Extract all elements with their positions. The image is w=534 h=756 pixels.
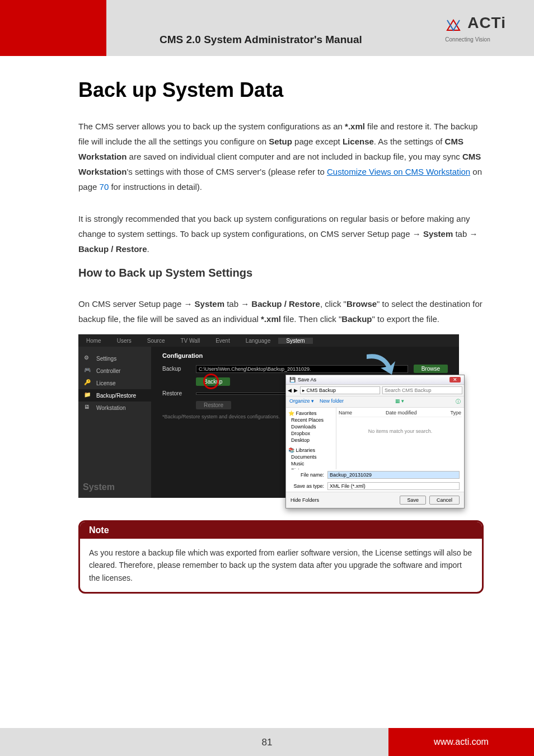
nav-pane[interactable]: ⭐ Favorites Recent Places Downloads Drop… — [286, 408, 336, 469]
text: It is strongly recommended that you back… — [78, 214, 470, 239]
tab-system[interactable]: System — [278, 338, 312, 344]
arrow-icon: → — [241, 299, 249, 309]
page-footer: 81 www.acti.com — [0, 728, 534, 756]
nav-libraries[interactable]: 📚 Libraries — [288, 447, 334, 454]
website-link[interactable]: www.acti.com — [388, 728, 534, 756]
brand-logo: ACTi Connecting Vision — [445, 14, 506, 43]
nav-desktop[interactable]: Desktop — [288, 437, 334, 444]
howto-heading: How to Back up System Settings — [78, 267, 484, 279]
sidebar-item-controller[interactable]: 🎮Controller — [78, 365, 151, 377]
backup-label: Backup — [341, 314, 372, 324]
label: Backup/Restore — [96, 393, 136, 399]
organize-menu[interactable]: Organize ▾ — [289, 398, 314, 405]
dialog-title: Save As — [298, 377, 316, 382]
nav-dropbox[interactable]: Dropbox — [288, 430, 334, 437]
text: file. Then click " — [281, 314, 341, 324]
text: are saved on individual client computer … — [127, 152, 462, 161]
restore-button[interactable]: Restore — [196, 401, 231, 409]
note-heading: Note — [80, 522, 482, 539]
sidebar-item-workstation[interactable]: 🖥Workstation — [78, 402, 151, 414]
save-as-dialog: 💾 Save As ✕ ◀ ▶ Organize ▾ New folder ▦ … — [285, 375, 465, 508]
search-input[interactable] — [382, 386, 462, 394]
intro-paragraph: The CMS server allows you to back up the… — [78, 119, 484, 194]
view-button[interactable]: ▦ ▾ — [395, 398, 405, 405]
file-list[interactable]: Name Date modified Type No items match y… — [336, 408, 464, 469]
setup-label: Setup — [269, 137, 292, 146]
col-name[interactable]: Name — [339, 410, 352, 416]
header-red-block — [0, 0, 106, 56]
filename-input[interactable] — [327, 471, 460, 479]
arrow-icon: → — [184, 299, 192, 309]
arrow-icon: → — [469, 229, 477, 239]
dialog-titlebar[interactable]: 💾 Save As ✕ — [286, 375, 464, 385]
new-folder-button[interactable]: New folder — [320, 398, 344, 405]
nav-music[interactable]: Music — [288, 460, 334, 467]
nav-pictures[interactable]: Pictures — [288, 467, 334, 469]
back-button[interactable]: ◀ — [288, 388, 292, 393]
text: The CMS server allows you to back up the… — [78, 122, 345, 131]
tab-event[interactable]: Event — [208, 338, 238, 344]
save-button[interactable]: Save — [400, 496, 426, 505]
restore-label: Restore — [162, 390, 190, 396]
tab-language[interactable]: Language — [238, 338, 279, 344]
col-type[interactable]: Type — [451, 410, 462, 416]
filename-label: File name: — [291, 472, 324, 478]
logo-tag: Connecting Vision — [445, 36, 490, 43]
browse-label: Browse — [346, 299, 377, 309]
note-callout: Note As you restore a backup file which … — [78, 520, 484, 594]
monitor-icon: 🖥 — [84, 404, 92, 412]
label: Controller — [96, 368, 120, 374]
sidebar-item-backup-restore[interactable]: 📁Backup/Restore — [78, 389, 151, 402]
nav-downloads[interactable]: Downloads — [288, 423, 334, 430]
fwd-button[interactable]: ▶ — [294, 388, 298, 393]
filetype-select[interactable] — [327, 482, 460, 490]
text: page except — [292, 137, 343, 146]
key-icon: 🔑 — [84, 379, 92, 387]
howto-paragraph: On CMS server Setup page → System tab → … — [78, 296, 484, 326]
path-input[interactable] — [300, 386, 380, 394]
nav-documents[interactable]: Documents — [288, 454, 334, 460]
save-icon: 💾 — [289, 377, 296, 382]
help-button[interactable]: ⓘ — [456, 398, 461, 405]
config-panel: Configuration Backup C:\Users\Wen.Cheng\… — [151, 347, 459, 498]
logo-text: ACTi — [467, 14, 506, 31]
system-label: System — [195, 299, 224, 309]
config-heading: Configuration — [162, 352, 448, 359]
toolbar: Organize ▾ New folder ▦ ▾ ⓘ — [286, 396, 464, 408]
nav-favorites[interactable]: ⭐ Favorites — [288, 410, 334, 417]
highlight-circle — [203, 374, 219, 389]
tab-users[interactable]: Users — [109, 338, 139, 344]
sidebar-item-license[interactable]: 🔑License — [78, 377, 151, 389]
label: Workstation — [96, 405, 126, 411]
backup-restore-label: Backup / Restore — [78, 244, 147, 254]
tab-home[interactable]: Home — [78, 338, 109, 344]
note-body: As you restore a backup file which was e… — [80, 539, 482, 592]
hide-folders-link[interactable]: Hide Folders — [291, 497, 319, 503]
text: tab — [453, 229, 469, 239]
tab-tvwall[interactable]: TV Wall — [173, 338, 208, 344]
main-content: Back up System Data The CMS server allow… — [78, 73, 484, 594]
cancel-button[interactable]: Cancel — [429, 496, 460, 505]
tab-source[interactable]: Source — [139, 338, 173, 344]
close-button[interactable]: ✕ — [449, 377, 461, 382]
browse-button[interactable]: Browse — [414, 365, 448, 373]
text: On CMS server Setup page — [78, 299, 184, 309]
cross-ref-link[interactable]: Customize Views on CMS Workstation — [327, 167, 470, 176]
page-header: CMS 2.0 System Administrator's Manual AC… — [0, 0, 534, 56]
doc-title: CMS 2.0 System Administrator's Manual — [160, 34, 362, 46]
important-paragraph: It is strongly recommended that you back… — [78, 211, 484, 256]
text: tab — [224, 299, 241, 309]
backup-label: Backup — [162, 366, 190, 372]
col-date[interactable]: Date modified — [386, 410, 417, 416]
filetype-label: Save as type: — [291, 483, 324, 489]
xml-ext: *.xml — [345, 122, 365, 131]
nav-recent[interactable]: Recent Places — [288, 417, 334, 423]
label: License — [96, 380, 115, 386]
sidebar-item-settings[interactable]: ⚙Settings — [78, 352, 151, 365]
page-ref[interactable]: 70 — [100, 182, 109, 192]
address-bar: ◀ ▶ — [286, 385, 464, 396]
gear-icon: ⚙ — [84, 354, 92, 362]
cms-screenshot: Home Users Source TV Wall Event Language… — [78, 334, 459, 498]
system-label: System — [423, 229, 453, 239]
license-label: License — [343, 137, 374, 146]
